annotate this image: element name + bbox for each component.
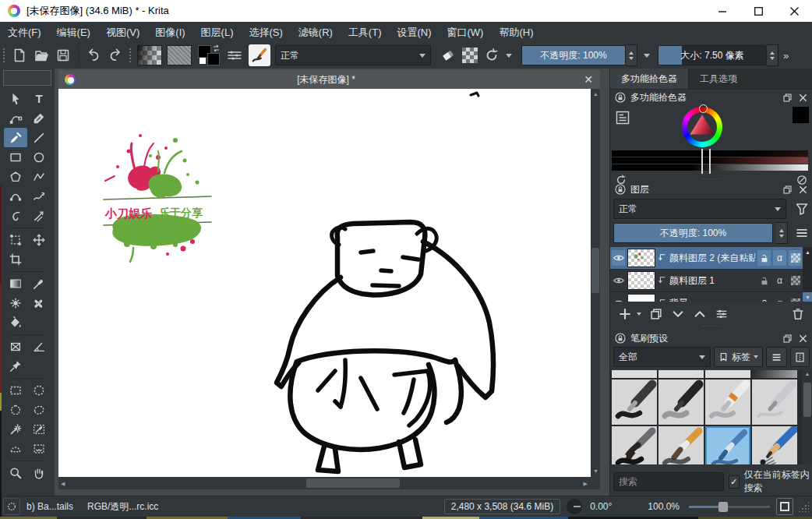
brush-tile-ink-pen[interactable] [612, 380, 657, 425]
tags-button[interactable]: 标签 [714, 347, 763, 367]
brush-tile-paintbrush-dark[interactable] [612, 426, 657, 464]
tool-select-by-color[interactable] [27, 419, 51, 439]
preserve-alpha-button[interactable] [459, 44, 481, 66]
brush-size-spinner[interactable] [767, 44, 778, 66]
tool-fill[interactable] [4, 312, 27, 332]
zoom-slider[interactable] [689, 500, 770, 513]
foreground-background-colors[interactable] [197, 44, 221, 66]
reload-dropdown-icon[interactable] [506, 54, 512, 58]
save-button[interactable] [52, 44, 74, 66]
brush-tile-eraser-2[interactable] [658, 370, 704, 378]
tool-ellipse-select[interactable] [27, 380, 51, 400]
alpha-lock-icon[interactable] [789, 273, 802, 288]
tool-assistants[interactable] [4, 337, 27, 356]
menu-tools[interactable]: 工具(T) [341, 23, 390, 42]
brush-scroll-thumb[interactable] [803, 383, 811, 417]
maximize-button[interactable] [740, 0, 776, 22]
eraser-mode-button[interactable] [437, 44, 459, 66]
current-preset-name[interactable]: b) Ba...tails [26, 501, 73, 512]
new-document-button[interactable] [9, 44, 30, 66]
menu-help[interactable]: 帮助(H) [491, 23, 541, 42]
visibility-eye-icon[interactable] [612, 295, 625, 302]
blending-mode-combo[interactable]: 正常 [275, 45, 431, 65]
brush-grid-scrollbar[interactable]: ▲ ▼ [802, 370, 812, 464]
layer-lock-icon[interactable] [757, 250, 771, 266]
tool-similar-color-select[interactable] [4, 419, 27, 439]
brush-tile-white-pen[interactable] [705, 380, 750, 425]
tool-freehand-select[interactable] [27, 400, 51, 419]
rotation-value[interactable]: 0.00° [590, 501, 612, 512]
current-color-swatch[interactable] [793, 107, 809, 123]
tool-rectangle[interactable] [4, 147, 27, 167]
tool-smart-patch[interactable] [27, 293, 51, 312]
layer-options-menu-icon[interactable] [794, 226, 810, 240]
tool-color-sampler[interactable] [27, 274, 51, 293]
layer-row-paint2[interactable]: 颜料图层 2 (来自粘贴) α [610, 247, 812, 270]
scroll-down-icon[interactable]: ▼ [803, 292, 812, 302]
brush-tile-eraser-3[interactable] [705, 370, 750, 378]
tool-transform[interactable] [4, 230, 27, 249]
menu-image[interactable]: 图像(I) [147, 23, 192, 42]
duplicate-layer-button[interactable] [646, 305, 666, 323]
swap-colors-icon[interactable] [213, 44, 221, 52]
brush-tile-watercolor-selected[interactable] [705, 426, 750, 464]
layer-opacity-slider[interactable]: 不透明度: 100% [613, 223, 773, 243]
brush-filter-combo[interactable]: 全部 [613, 347, 711, 367]
docker-lock-icon[interactable] [614, 332, 627, 344]
toolbar-drag-handle[interactable] [2, 48, 6, 63]
brush-tile-airbrush[interactable] [752, 370, 797, 378]
tool-colorize-mask[interactable] [4, 293, 27, 312]
tool-measure[interactable] [27, 337, 51, 356]
tool-ellipse[interactable] [27, 147, 51, 167]
menu-edit[interactable]: 编辑(E) [49, 23, 98, 42]
drawing-canvas[interactable]: 小刀娱乐 乐于分享 [58, 89, 591, 477]
docker-lock-icon[interactable] [614, 91, 627, 104]
alpha-inherit-icon[interactable]: α [773, 250, 786, 266]
canvas-vertical-scrollbar[interactable]: ▲ ▼ [591, 89, 600, 477]
shade-handle[interactable] [701, 149, 711, 174]
gradient-chooser[interactable] [137, 45, 162, 65]
tool-reference-images[interactable] [4, 356, 27, 376]
opacity-spinner[interactable] [626, 44, 637, 66]
subwindow-titlebar[interactable]: [未保存图像] * ✕ [58, 70, 600, 90]
window-resize-grip[interactable] [798, 501, 809, 512]
float-docker-icon[interactable] [782, 333, 793, 344]
menu-layer[interactable]: 图层(L) [193, 23, 242, 42]
preset-details-button[interactable] [790, 347, 810, 367]
color-profile-label[interactable]: RGB/透明...rc.icc [87, 500, 158, 514]
layer-filter-icon[interactable] [794, 201, 810, 217]
redo-button[interactable] [104, 44, 126, 66]
zoom-value[interactable]: 100.0% [648, 501, 680, 512]
alpha-inherit-icon[interactable]: α [773, 273, 786, 288]
layer-blend-mode-combo[interactable]: 正常 [613, 199, 786, 219]
tool-move[interactable] [27, 230, 51, 249]
zoom-slider-handle[interactable] [718, 502, 728, 512]
add-layer-button[interactable] [615, 305, 635, 323]
reset-colors-icon[interactable] [199, 57, 207, 65]
tool-dynamic-brush[interactable] [4, 206, 27, 225]
layer-thumbnail[interactable] [627, 294, 655, 302]
scroll-down-icon[interactable]: ▼ [593, 468, 598, 475]
tool-bezier-select[interactable] [4, 439, 27, 458]
alpha-lock-icon[interactable] [789, 295, 802, 302]
color-wheel[interactable] [682, 107, 722, 147]
selection-mode-button[interactable] [3, 498, 20, 515]
tool-rect-select[interactable] [4, 380, 27, 400]
search-in-tag-checkbox[interactable]: ✓ [729, 475, 740, 489]
tool-polygon[interactable] [4, 167, 27, 186]
brush-tile-tech-pen[interactable] [752, 380, 797, 425]
undo-button[interactable] [83, 44, 104, 66]
tool-pan[interactable] [27, 463, 51, 482]
tool-bezier-curve[interactable] [4, 186, 27, 206]
presets-display-menu-button[interactable] [766, 347, 787, 367]
menu-window[interactable]: 窗口(W) [440, 23, 492, 42]
tool-freehand-brush[interactable] [4, 128, 27, 147]
float-docker-icon[interactable] [782, 184, 793, 196]
close-docker-icon[interactable] [797, 184, 809, 196]
toolbox-drag-header[interactable] [3, 70, 51, 86]
hue-ring-handle[interactable] [699, 104, 708, 113]
brush-tile-blue-pencil[interactable] [752, 426, 797, 464]
float-docker-icon[interactable] [782, 92, 793, 104]
toolbar-overflow-button[interactable]: » [783, 50, 789, 62]
tool-zoom[interactable] [4, 463, 27, 482]
